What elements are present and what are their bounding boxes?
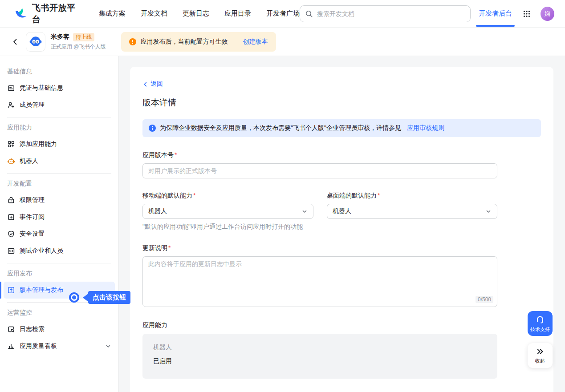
app-meta: 米多客 待上线 正式应用 @飞书个人版 [51,33,106,51]
back-icon[interactable] [11,37,20,46]
app-subtitle: 正式应用 @飞书个人版 [51,43,106,51]
sidebar-item-label: 测试企业和人员 [20,247,63,255]
nav-link-integrations[interactable]: 集成方案 [99,9,126,18]
sidebar-item-label: 添加应用能力 [20,140,57,148]
divider [7,173,111,174]
desktop-capability-label: 桌面端的默认能力* [327,192,497,200]
sidebar-item-label: 应用质量看板 [20,342,57,350]
search-box [300,5,471,22]
collapse-button[interactable]: 收起 [528,343,553,368]
required-mark: * [378,192,380,199]
publish-notice-banner: 应用发布后，当前配置方可生效 创建版本 [121,32,276,52]
desktop-capability-select[interactable]: 机器人 [327,204,497,219]
section-title-capabilities: 应用能力 [7,124,111,132]
char-counter: 0/500 [476,296,493,303]
top-nav: 飞书开放平台 集成方案 开发文档 更新日志 应用目录 开发者广场 开发者后台 娴 [0,0,565,28]
mobile-capability-label: 移动端的默认能力* [142,192,313,200]
nav-link-developer-plaza[interactable]: 开发者广场 [266,9,300,18]
active-indicator [0,282,1,299]
sidebar-item-label: 安全设置 [20,230,45,238]
nav-links: 集成方案 开发文档 更新日志 应用目录 开发者广场 [99,9,300,18]
sidebar-item-label: 日志检索 [20,325,45,333]
monkey-app-icon [27,33,44,50]
sidebar-item-label: 版本管理与发布 [20,286,63,294]
sidebar-item-label: 机器人 [20,157,38,165]
chevron-down-icon[interactable] [105,343,111,349]
nav-link-changelog[interactable]: 更新日志 [183,9,209,18]
member-add-icon [7,101,15,109]
console-tab[interactable]: 开发者后台 [478,9,513,18]
brand[interactable]: 飞书开放平台 [13,2,82,25]
publish-notice-text: 应用发布后，当前配置方可生效 [141,38,228,46]
dashboard-icon [7,342,15,350]
log-search-icon [7,325,15,333]
release-icon [7,286,15,294]
required-mark: * [175,151,177,158]
sidebar-item-test-company[interactable]: 测试企业和人员 [0,242,118,259]
sidebar-item-permissions[interactable]: 权限管理 [0,192,118,209]
event-subscribe-icon [7,213,15,221]
sidebar-item-security[interactable]: 安全设置 [0,226,118,242]
required-mark: * [193,192,195,199]
sidebar-item-add-capability[interactable]: 添加应用能力 [0,136,118,153]
section-title-basic-info: 基础信息 [7,68,111,76]
app-name: 米多客 [51,33,69,41]
double-chevron-right-icon [536,347,545,356]
floating-buttons: 技术支持 收起 [528,311,553,368]
create-version-link[interactable]: 创建版本 [243,38,268,46]
id-card-icon [7,84,15,92]
user-avatar[interactable]: 娴 [541,7,554,21]
sidebar-item-label: 权限管理 [20,196,45,204]
sidebar: 基础信息 凭证与基础信息 成员管理 应用能力 [0,56,119,392]
sidebar-item-quality-dashboard[interactable]: 应用质量看板 [0,338,118,355]
mobile-capability-select[interactable]: 机器人 [142,204,313,219]
mobile-capability-value: 机器人 [148,207,167,215]
changelog-label: 更新说明* [142,244,541,252]
sidebar-item-credentials[interactable]: 凭证与基础信息 [0,80,118,97]
divider [7,263,111,263]
sidebar-item-log-search[interactable]: 日志检索 [0,321,118,338]
section-title-dev-config: 开发配置 [7,180,111,188]
code-icon [7,247,15,255]
info-icon [149,125,156,132]
tooltip-label: 点击该按钮 [88,291,130,304]
collapse-label: 收起 [535,358,545,364]
click-annotation: 点击该按钮 [69,291,130,304]
capability-status: 已启用 [153,357,487,365]
search-input[interactable] [300,5,471,22]
sidebar-item-label: 事件订阅 [20,213,45,221]
section-title-monitoring: 运营监控 [7,309,111,317]
desktop-capability-value: 机器人 [333,207,351,215]
add-capability-icon [7,140,15,148]
robot-icon [7,157,15,165]
brand-name: 飞书开放平台 [32,2,82,25]
sidebar-item-label: 成员管理 [20,101,45,109]
version-label: 应用版本号* [142,151,541,159]
sidebar-item-members[interactable]: 成员管理 [0,97,118,113]
required-mark: * [168,244,171,251]
return-link[interactable]: 返回 [142,80,163,88]
review-info-text: 为保障企业数据安全及应用质量，本次发布需要"飞书个人版"企业管理员审核，详情参见 [160,124,401,132]
chevron-down-icon [301,208,308,214]
headset-icon [535,315,545,324]
tech-support-button[interactable]: 技术支持 [528,311,553,336]
nav-link-app-directory[interactable]: 应用目录 [224,9,251,18]
sidebar-item-events[interactable]: 事件订阅 [0,209,118,226]
warning-icon [129,38,136,45]
lock-icon [7,196,15,204]
main-content: 返回 版本详情 为保障企业数据安全及应用质量，本次发布需要"飞书个人版"企业管理… [119,56,565,392]
review-rules-link[interactable]: 应用审核规则 [407,124,444,132]
search-icon [305,10,313,18]
changelog-textarea[interactable] [142,256,497,307]
apps-grid-icon[interactable] [523,10,531,18]
tooltip-arrow-icon [83,294,88,302]
version-input[interactable] [142,163,497,178]
sidebar-item-bot[interactable]: 机器人 [0,153,118,170]
section-title-release: 应用发布 [7,270,111,278]
capability-hint: "默认的应用功能"即用户通过工作台访问应用时打开的功能 [142,223,541,231]
chevron-left-icon [142,81,148,87]
sidebar-item-label: 凭证与基础信息 [20,84,63,92]
chevron-down-icon [485,208,492,214]
nav-link-docs[interactable]: 开发文档 [141,9,167,18]
app-logo [26,32,45,52]
